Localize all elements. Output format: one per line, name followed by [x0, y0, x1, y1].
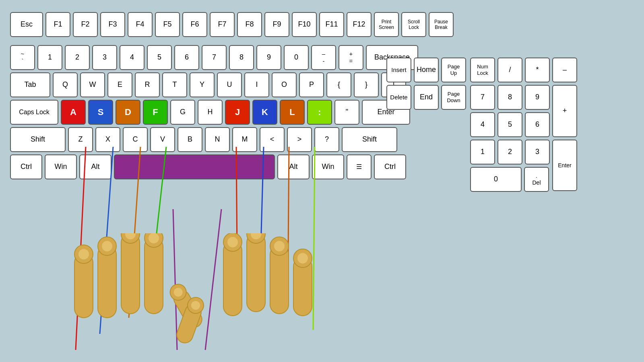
key-v[interactable]: V — [150, 127, 175, 152]
key-num9[interactable]: 9 — [525, 85, 550, 110]
key-2[interactable]: 2 — [65, 45, 90, 70]
key-num-minus[interactable]: – — [552, 58, 577, 82]
key-n[interactable]: N — [205, 127, 230, 152]
key-f8[interactable]: F8 — [237, 12, 262, 37]
key-f9[interactable]: F9 — [264, 12, 289, 37]
key-f7[interactable]: F7 — [210, 12, 235, 37]
key-f3[interactable]: F3 — [100, 12, 125, 37]
key-1[interactable]: 1 — [37, 45, 62, 70]
key-9[interactable]: 9 — [256, 45, 281, 70]
key-f5[interactable]: F5 — [155, 12, 180, 37]
key-num4[interactable]: 4 — [470, 112, 495, 137]
key-a[interactable]: A — [61, 100, 86, 125]
key-c[interactable]: C — [123, 127, 148, 152]
key-win-right[interactable]: Win — [312, 154, 344, 179]
key-e[interactable]: E — [107, 72, 132, 97]
key-tilde[interactable]: ~` — [10, 45, 35, 70]
key-page-up[interactable]: PageUp — [441, 58, 466, 82]
key-num-enter[interactable]: Enter — [552, 140, 577, 191]
key-num2[interactable]: 2 — [497, 140, 522, 165]
key-0[interactable]: 0 — [284, 45, 309, 70]
key-plus[interactable]: += — [339, 45, 363, 70]
key-f1[interactable]: F1 — [45, 12, 70, 37]
key-rbrace[interactable]: } — [354, 72, 379, 97]
key-4[interactable]: 4 — [120, 45, 144, 70]
key-num-mul[interactable]: * — [525, 58, 550, 82]
key-gt[interactable]: > — [287, 127, 312, 152]
key-menu[interactable]: ☰ — [347, 154, 372, 179]
key-x[interactable]: X — [95, 127, 120, 152]
key-q[interactable]: Q — [53, 72, 78, 97]
key-z[interactable]: Z — [68, 127, 93, 152]
key-8[interactable]: 8 — [229, 45, 254, 70]
key-j[interactable]: J — [225, 100, 250, 125]
key-num-plus[interactable]: + — [552, 85, 577, 137]
svg-point-33 — [251, 233, 261, 239]
key-lt[interactable]: < — [260, 127, 285, 152]
key-delete[interactable]: Delete — [386, 85, 411, 110]
key-scroll-lock[interactable]: ScrollLock — [401, 12, 426, 37]
key-num0[interactable]: 0 — [470, 167, 522, 192]
key-g[interactable]: G — [170, 100, 195, 125]
key-f10[interactable]: F10 — [292, 12, 317, 37]
key-f2[interactable]: F2 — [73, 12, 98, 37]
key-alt-right[interactable]: Alt — [277, 154, 310, 179]
key-quote[interactable]: " — [334, 100, 359, 125]
key-f4[interactable]: F4 — [128, 12, 153, 37]
key-esc[interactable]: Esc — [10, 12, 43, 37]
key-num1[interactable]: 1 — [470, 140, 495, 165]
key-alt-left[interactable]: Alt — [79, 154, 111, 179]
key-b[interactable]: B — [178, 127, 202, 152]
key-u[interactable]: U — [217, 72, 242, 97]
key-num7[interactable]: 7 — [470, 85, 495, 110]
key-l[interactable]: L — [280, 100, 305, 125]
key-numlock[interactable]: NumLock — [470, 58, 495, 82]
key-lbrace[interactable]: { — [326, 72, 351, 97]
key-f11[interactable]: F11 — [319, 12, 344, 37]
key-num5[interactable]: 5 — [497, 112, 522, 137]
key-pause-break[interactable]: PauseBreak — [429, 12, 454, 37]
key-tab[interactable]: Tab — [10, 72, 50, 97]
key-f[interactable]: F — [143, 100, 168, 125]
key-minus[interactable]: –- — [311, 45, 336, 70]
ctrl-row: Ctrl Win Alt Alt Win ☰ Ctrl — [10, 154, 454, 179]
key-k[interactable]: K — [252, 100, 277, 125]
key-5[interactable]: 5 — [147, 45, 172, 70]
key-3[interactable]: 3 — [92, 45, 117, 70]
key-f6[interactable]: F6 — [182, 12, 207, 37]
key-shift-left[interactable]: Shift — [10, 127, 66, 152]
key-num8[interactable]: 8 — [497, 85, 522, 110]
key-d[interactable]: D — [116, 100, 140, 125]
key-num6[interactable]: 6 — [525, 112, 550, 137]
key-ctrl-right[interactable]: Ctrl — [374, 154, 406, 179]
key-t[interactable]: T — [162, 72, 187, 97]
key-print-screen[interactable]: PrintScreen — [374, 12, 399, 37]
key-6[interactable]: 6 — [174, 45, 199, 70]
key-num-div[interactable]: / — [497, 58, 522, 82]
key-ctrl-left[interactable]: Ctrl — [10, 154, 42, 179]
key-o[interactable]: O — [272, 72, 297, 97]
key-y[interactable]: Y — [190, 72, 215, 97]
key-win-left[interactable]: Win — [45, 154, 77, 179]
key-question[interactable]: ? — [314, 127, 339, 152]
key-end[interactable]: End — [414, 85, 439, 110]
key-m[interactable]: M — [232, 127, 257, 152]
key-w[interactable]: W — [80, 72, 105, 97]
key-insert[interactable]: Insert — [386, 58, 411, 82]
key-f12[interactable]: F12 — [347, 12, 372, 37]
key-7[interactable]: 7 — [202, 45, 227, 70]
key-h[interactable]: H — [198, 100, 223, 125]
key-i[interactable]: I — [244, 72, 269, 97]
key-colon[interactable]: : — [307, 100, 332, 125]
key-num3[interactable]: 3 — [525, 140, 550, 165]
key-r[interactable]: R — [135, 72, 160, 97]
key-page-down[interactable]: PageDown — [441, 85, 466, 110]
key-shift-right[interactable]: Shift — [342, 127, 397, 152]
key-s[interactable]: S — [88, 100, 113, 125]
key-p[interactable]: P — [299, 72, 324, 97]
key-caps-lock[interactable]: Caps Lock — [10, 100, 58, 125]
key-num-dot[interactable]: .Del — [524, 167, 549, 192]
key-space[interactable] — [114, 154, 275, 179]
key-home[interactable]: Home — [414, 58, 439, 82]
svg-point-29 — [223, 233, 242, 251]
